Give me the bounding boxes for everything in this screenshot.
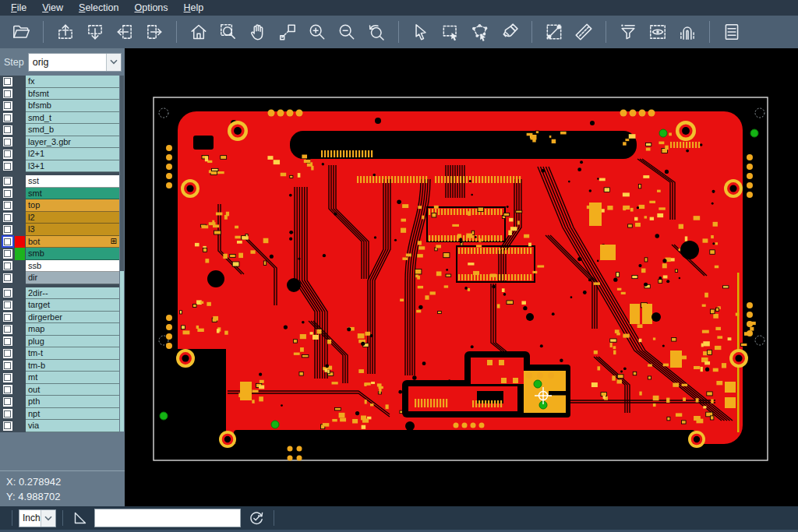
home-button[interactable] [185, 19, 213, 45]
layer-group: fxbfsmtbfsmbsmd_tsmd_blayer_3.gbrl2+1l3+… [0, 76, 119, 172]
layer-row-map[interactable]: map [0, 323, 119, 336]
layer-row-dir[interactable]: dir [0, 272, 119, 284]
layer-row-ssb[interactable]: ssb [0, 260, 119, 273]
layer-visibility-checkbox[interactable] [3, 325, 12, 334]
move-down-button[interactable] [81, 19, 109, 45]
layer-row-bfsmt[interactable]: bfsmt [0, 88, 119, 100]
layer-row-smb[interactable]: smb [0, 248, 119, 260]
layer-visibility-checkbox[interactable] [3, 101, 12, 111]
menu-item-help[interactable]: Help [176, 0, 212, 16]
layer-row-l2+1[interactable]: l2+1 [0, 148, 119, 160]
layer-row-fx[interactable]: fx [0, 76, 119, 88]
layer-visibility-checkbox[interactable] [3, 312, 12, 322]
layer-visibility-checkbox[interactable] [3, 213, 12, 222]
layer-visibility-checkbox[interactable] [3, 361, 12, 370]
scrollbar-thumb[interactable] [120, 271, 124, 432]
layer-row-smt[interactable]: smt [0, 188, 119, 200]
move-right-button[interactable] [140, 19, 168, 45]
select-button[interactable] [407, 19, 435, 45]
unit-select[interactable]: Inch [19, 509, 56, 527]
layer-label-text: out [28, 385, 40, 394]
layer-row-l2[interactable]: l2 [0, 212, 119, 224]
layer-row-via[interactable]: via [0, 420, 119, 432]
layer-color-swatch [15, 248, 25, 260]
layer-row-tm-b[interactable]: tm-b [0, 360, 119, 372]
layer-visibility-checkbox[interactable] [3, 161, 12, 171]
layer-visibility-checkbox[interactable] [3, 288, 12, 298]
menu-item-file[interactable]: File [3, 0, 34, 16]
layer-row-bot[interactable]: bot⊞ [0, 236, 119, 248]
select-polygon-button[interactable] [466, 19, 494, 45]
measure-line-button[interactable] [540, 19, 568, 45]
layer-row-out[interactable]: out [0, 384, 119, 396]
layer-label: bfsmb [26, 100, 119, 112]
layer-list-scrollbar[interactable] [120, 76, 124, 432]
layer-row-2dir--[interactable]: 2dir-- [0, 287, 119, 300]
zoom-in-button[interactable] [303, 19, 331, 45]
pan-button[interactable] [244, 19, 272, 45]
snap-button[interactable] [673, 19, 701, 45]
layer-visibility-checkbox[interactable] [3, 150, 12, 159]
layer-visibility-checkbox[interactable] [3, 177, 12, 186]
layer-row-npt[interactable]: npt [0, 408, 119, 421]
corner-measure-button[interactable] [69, 509, 91, 527]
select-rect-button[interactable] [436, 19, 464, 45]
layer-visibility-checkbox[interactable] [3, 409, 12, 418]
layer-visibility-checkbox[interactable] [3, 261, 12, 270]
zoom-out-button[interactable] [333, 19, 361, 45]
layer-visibility-checkbox[interactable] [3, 77, 12, 86]
open-button[interactable] [7, 19, 35, 45]
menu-item-view[interactable]: View [34, 0, 71, 16]
layer-visibility-checkbox[interactable] [3, 301, 12, 310]
layer-visibility-checkbox[interactable] [3, 249, 12, 259]
layer-visibility-checkbox[interactable] [3, 201, 12, 210]
command-input[interactable] [94, 509, 241, 527]
step-select[interactable]: orig [28, 53, 122, 72]
pcb-canvas[interactable] [125, 48, 798, 506]
layer-visibility-checkbox[interactable] [3, 125, 12, 135]
layer-row-smd_t[interactable]: smd_t [0, 112, 119, 125]
layer-row-l3+1[interactable]: l3+1 [0, 160, 119, 173]
layer-visibility-checkbox[interactable] [3, 421, 12, 431]
layer-visibility-checkbox[interactable] [3, 373, 12, 382]
layer-row-smd_b[interactable]: smd_b [0, 124, 119, 136]
layer-visibility-checkbox[interactable] [3, 225, 12, 234]
layer-row-l3[interactable]: l3 [0, 224, 119, 236]
layer-row-dirgerber[interactable]: dirgerber [0, 312, 119, 324]
layer-visibility-checkbox[interactable] [3, 273, 12, 283]
zoom-dynamic-button[interactable] [274, 19, 302, 45]
menu-item-selection[interactable]: Selection [71, 0, 126, 16]
move-up-button[interactable] [51, 19, 79, 45]
layer-row-plug[interactable]: plug [0, 336, 119, 348]
zoom-previous-button[interactable] [362, 19, 390, 45]
layer-row-layer_3.gbr[interactable]: layer_3.gbr [0, 136, 119, 149]
move-left-button[interactable] [111, 19, 139, 45]
view-button[interactable] [644, 19, 672, 45]
layer-visibility-checkbox[interactable] [3, 89, 12, 98]
clean-button[interactable] [496, 19, 524, 45]
refresh-button[interactable] [245, 509, 267, 527]
sidebar: Step orig fxbfsmtbfsmbsmd_tsmd_blayer_3.… [0, 48, 125, 506]
ruler-button[interactable] [570, 19, 598, 45]
layer-row-tm-t[interactable]: tm-t [0, 347, 119, 360]
layer-visibility-checkbox[interactable] [3, 397, 12, 407]
layer-visibility-checkbox[interactable] [3, 137, 12, 146]
layer-row-mt[interactable]: mt [0, 372, 119, 384]
checkbox-cell [0, 260, 15, 273]
layer-visibility-checkbox[interactable] [3, 385, 12, 394]
layer-visibility-checkbox[interactable] [3, 237, 12, 246]
layer-row-bfsmb[interactable]: bfsmb [0, 100, 119, 112]
layers-button[interactable] [718, 19, 746, 45]
layer-row-pth[interactable]: pth [0, 396, 119, 408]
separator [274, 510, 274, 526]
layer-row-top[interactable]: top [0, 199, 119, 212]
filter-button[interactable] [614, 19, 642, 45]
zoom-window-button[interactable] [214, 19, 242, 45]
layer-visibility-checkbox[interactable] [3, 188, 12, 198]
layer-visibility-checkbox[interactable] [3, 349, 12, 358]
layer-visibility-checkbox[interactable] [3, 336, 12, 346]
layer-visibility-checkbox[interactable] [3, 113, 12, 122]
layer-row-target[interactable]: target [0, 299, 119, 312]
layer-row-sst[interactable]: sst [0, 175, 119, 188]
menu-item-options[interactable]: Options [126, 0, 175, 16]
